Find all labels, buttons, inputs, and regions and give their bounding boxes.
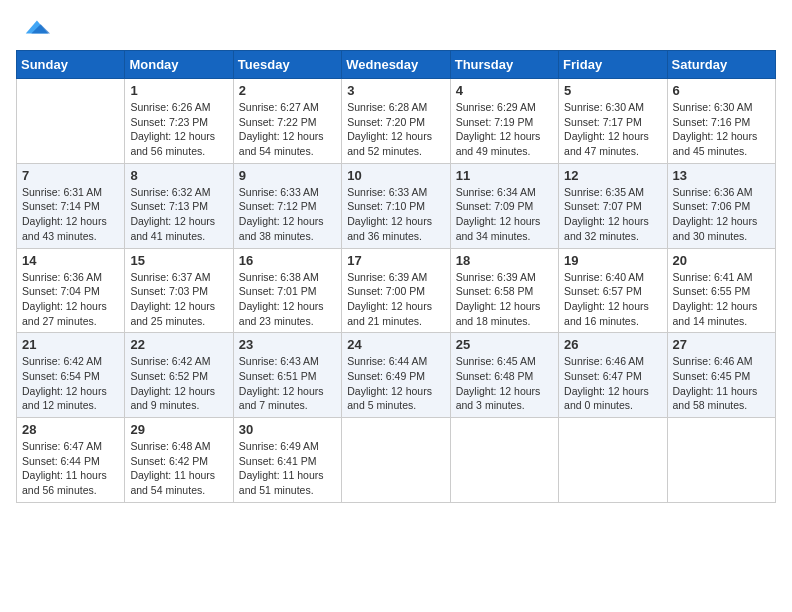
day-number: 10: [347, 168, 444, 183]
day-number: 24: [347, 337, 444, 352]
day-info: Sunrise: 6:46 AM Sunset: 6:47 PM Dayligh…: [564, 354, 661, 413]
day-info: Sunrise: 6:44 AM Sunset: 6:49 PM Dayligh…: [347, 354, 444, 413]
day-number: 7: [22, 168, 119, 183]
calendar-cell: 12Sunrise: 6:35 AM Sunset: 7:07 PM Dayli…: [559, 163, 667, 248]
day-number: 11: [456, 168, 553, 183]
page-header: [16, 16, 776, 38]
calendar-cell: 1Sunrise: 6:26 AM Sunset: 7:23 PM Daylig…: [125, 79, 233, 164]
calendar-week-3: 14Sunrise: 6:36 AM Sunset: 7:04 PM Dayli…: [17, 248, 776, 333]
logo: [16, 16, 50, 38]
day-number: 9: [239, 168, 336, 183]
calendar: SundayMondayTuesdayWednesdayThursdayFrid…: [16, 50, 776, 503]
day-number: 26: [564, 337, 661, 352]
day-number: 30: [239, 422, 336, 437]
calendar-cell: 19Sunrise: 6:40 AM Sunset: 6:57 PM Dayli…: [559, 248, 667, 333]
day-info: Sunrise: 6:33 AM Sunset: 7:10 PM Dayligh…: [347, 185, 444, 244]
calendar-cell: [667, 418, 775, 503]
calendar-cell: [559, 418, 667, 503]
day-info: Sunrise: 6:27 AM Sunset: 7:22 PM Dayligh…: [239, 100, 336, 159]
calendar-cell: 15Sunrise: 6:37 AM Sunset: 7:03 PM Dayli…: [125, 248, 233, 333]
day-info: Sunrise: 6:46 AM Sunset: 6:45 PM Dayligh…: [673, 354, 770, 413]
calendar-cell: [17, 79, 125, 164]
calendar-cell: 26Sunrise: 6:46 AM Sunset: 6:47 PM Dayli…: [559, 333, 667, 418]
day-number: 25: [456, 337, 553, 352]
calendar-cell: 3Sunrise: 6:28 AM Sunset: 7:20 PM Daylig…: [342, 79, 450, 164]
calendar-cell: [342, 418, 450, 503]
calendar-cell: 17Sunrise: 6:39 AM Sunset: 7:00 PM Dayli…: [342, 248, 450, 333]
day-number: 20: [673, 253, 770, 268]
day-info: Sunrise: 6:33 AM Sunset: 7:12 PM Dayligh…: [239, 185, 336, 244]
day-info: Sunrise: 6:34 AM Sunset: 7:09 PM Dayligh…: [456, 185, 553, 244]
column-header-wednesday: Wednesday: [342, 51, 450, 79]
calendar-cell: 16Sunrise: 6:38 AM Sunset: 7:01 PM Dayli…: [233, 248, 341, 333]
calendar-cell: 25Sunrise: 6:45 AM Sunset: 6:48 PM Dayli…: [450, 333, 558, 418]
day-info: Sunrise: 6:35 AM Sunset: 7:07 PM Dayligh…: [564, 185, 661, 244]
day-info: Sunrise: 6:30 AM Sunset: 7:17 PM Dayligh…: [564, 100, 661, 159]
day-number: 28: [22, 422, 119, 437]
column-header-saturday: Saturday: [667, 51, 775, 79]
day-number: 13: [673, 168, 770, 183]
day-info: Sunrise: 6:47 AM Sunset: 6:44 PM Dayligh…: [22, 439, 119, 498]
day-info: Sunrise: 6:29 AM Sunset: 7:19 PM Dayligh…: [456, 100, 553, 159]
day-number: 19: [564, 253, 661, 268]
calendar-cell: 14Sunrise: 6:36 AM Sunset: 7:04 PM Dayli…: [17, 248, 125, 333]
day-number: 4: [456, 83, 553, 98]
calendar-cell: 29Sunrise: 6:48 AM Sunset: 6:42 PM Dayli…: [125, 418, 233, 503]
column-header-monday: Monday: [125, 51, 233, 79]
column-header-sunday: Sunday: [17, 51, 125, 79]
day-number: 5: [564, 83, 661, 98]
calendar-cell: 18Sunrise: 6:39 AM Sunset: 6:58 PM Dayli…: [450, 248, 558, 333]
day-number: 6: [673, 83, 770, 98]
day-number: 16: [239, 253, 336, 268]
calendar-cell: [450, 418, 558, 503]
day-info: Sunrise: 6:31 AM Sunset: 7:14 PM Dayligh…: [22, 185, 119, 244]
calendar-week-1: 1Sunrise: 6:26 AM Sunset: 7:23 PM Daylig…: [17, 79, 776, 164]
calendar-cell: 20Sunrise: 6:41 AM Sunset: 6:55 PM Dayli…: [667, 248, 775, 333]
day-number: 2: [239, 83, 336, 98]
day-info: Sunrise: 6:39 AM Sunset: 6:58 PM Dayligh…: [456, 270, 553, 329]
calendar-cell: 2Sunrise: 6:27 AM Sunset: 7:22 PM Daylig…: [233, 79, 341, 164]
day-info: Sunrise: 6:42 AM Sunset: 6:52 PM Dayligh…: [130, 354, 227, 413]
day-number: 21: [22, 337, 119, 352]
day-info: Sunrise: 6:41 AM Sunset: 6:55 PM Dayligh…: [673, 270, 770, 329]
calendar-cell: 30Sunrise: 6:49 AM Sunset: 6:41 PM Dayli…: [233, 418, 341, 503]
day-info: Sunrise: 6:42 AM Sunset: 6:54 PM Dayligh…: [22, 354, 119, 413]
day-number: 17: [347, 253, 444, 268]
day-info: Sunrise: 6:32 AM Sunset: 7:13 PM Dayligh…: [130, 185, 227, 244]
column-header-friday: Friday: [559, 51, 667, 79]
calendar-cell: 8Sunrise: 6:32 AM Sunset: 7:13 PM Daylig…: [125, 163, 233, 248]
day-info: Sunrise: 6:38 AM Sunset: 7:01 PM Dayligh…: [239, 270, 336, 329]
day-number: 22: [130, 337, 227, 352]
calendar-week-2: 7Sunrise: 6:31 AM Sunset: 7:14 PM Daylig…: [17, 163, 776, 248]
calendar-cell: 13Sunrise: 6:36 AM Sunset: 7:06 PM Dayli…: [667, 163, 775, 248]
day-number: 29: [130, 422, 227, 437]
day-info: Sunrise: 6:26 AM Sunset: 7:23 PM Dayligh…: [130, 100, 227, 159]
calendar-week-4: 21Sunrise: 6:42 AM Sunset: 6:54 PM Dayli…: [17, 333, 776, 418]
calendar-cell: 28Sunrise: 6:47 AM Sunset: 6:44 PM Dayli…: [17, 418, 125, 503]
calendar-cell: 4Sunrise: 6:29 AM Sunset: 7:19 PM Daylig…: [450, 79, 558, 164]
day-number: 8: [130, 168, 227, 183]
day-number: 27: [673, 337, 770, 352]
day-info: Sunrise: 6:49 AM Sunset: 6:41 PM Dayligh…: [239, 439, 336, 498]
day-number: 12: [564, 168, 661, 183]
day-info: Sunrise: 6:40 AM Sunset: 6:57 PM Dayligh…: [564, 270, 661, 329]
day-number: 23: [239, 337, 336, 352]
day-info: Sunrise: 6:45 AM Sunset: 6:48 PM Dayligh…: [456, 354, 553, 413]
day-number: 15: [130, 253, 227, 268]
day-info: Sunrise: 6:30 AM Sunset: 7:16 PM Dayligh…: [673, 100, 770, 159]
day-info: Sunrise: 6:48 AM Sunset: 6:42 PM Dayligh…: [130, 439, 227, 498]
calendar-cell: 21Sunrise: 6:42 AM Sunset: 6:54 PM Dayli…: [17, 333, 125, 418]
day-info: Sunrise: 6:37 AM Sunset: 7:03 PM Dayligh…: [130, 270, 227, 329]
logo-icon: [22, 16, 50, 38]
calendar-cell: 22Sunrise: 6:42 AM Sunset: 6:52 PM Dayli…: [125, 333, 233, 418]
column-header-tuesday: Tuesday: [233, 51, 341, 79]
day-info: Sunrise: 6:36 AM Sunset: 7:04 PM Dayligh…: [22, 270, 119, 329]
calendar-cell: 10Sunrise: 6:33 AM Sunset: 7:10 PM Dayli…: [342, 163, 450, 248]
day-info: Sunrise: 6:43 AM Sunset: 6:51 PM Dayligh…: [239, 354, 336, 413]
calendar-cell: 7Sunrise: 6:31 AM Sunset: 7:14 PM Daylig…: [17, 163, 125, 248]
calendar-cell: 5Sunrise: 6:30 AM Sunset: 7:17 PM Daylig…: [559, 79, 667, 164]
calendar-cell: 6Sunrise: 6:30 AM Sunset: 7:16 PM Daylig…: [667, 79, 775, 164]
day-number: 1: [130, 83, 227, 98]
day-info: Sunrise: 6:39 AM Sunset: 7:00 PM Dayligh…: [347, 270, 444, 329]
calendar-cell: 11Sunrise: 6:34 AM Sunset: 7:09 PM Dayli…: [450, 163, 558, 248]
